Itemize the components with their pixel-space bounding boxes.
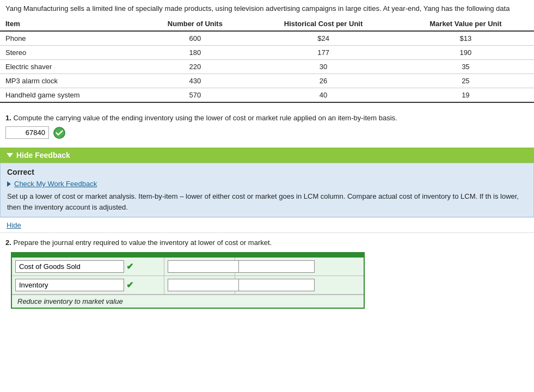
table-cell-units: 180 bbox=[140, 46, 249, 60]
table-cell-cost: 26 bbox=[249, 74, 397, 88]
journal-cell-credit-1 bbox=[235, 258, 306, 275]
feedback-body-text: Set up a lower of cost or market analysi… bbox=[7, 191, 527, 212]
feedback-triangle-icon bbox=[7, 153, 13, 157]
table-cell-cost: 30 bbox=[249, 60, 397, 74]
journal-cell-debit-1 bbox=[164, 258, 235, 275]
journal-description: Reduce inventory to market value bbox=[12, 295, 364, 308]
journal-account-input-2[interactable] bbox=[15, 279, 124, 291]
question1-section: 1. Compute the carrying value of the end… bbox=[0, 108, 534, 148]
table-cell-units: 570 bbox=[140, 88, 249, 103]
journal-top-bar bbox=[12, 253, 364, 258]
table-row: Handheld game system5704019 bbox=[0, 88, 534, 103]
question2-section: 2. Prepare the journal entry required to… bbox=[0, 233, 534, 317]
col-header-market: Market Value per Unit bbox=[397, 17, 534, 31]
feedback-link-row: Check My Work Feedback bbox=[7, 180, 527, 188]
table-row: Phone600$24$13 bbox=[0, 31, 534, 46]
table-cell-units: 430 bbox=[140, 74, 249, 88]
journal-row-1: ✔ bbox=[12, 258, 364, 276]
correct-title: Correct bbox=[7, 168, 527, 176]
col-header-cost: Historical Cost per Unit bbox=[249, 17, 397, 31]
svg-point-0 bbox=[54, 127, 65, 138]
question2-label: 2. Prepare the journal entry required to… bbox=[5, 238, 529, 247]
table-cell-cost: $24 bbox=[249, 31, 397, 46]
table-cell-market: 190 bbox=[397, 46, 534, 60]
table-cell-cost: 40 bbox=[249, 88, 397, 103]
answer-row-1 bbox=[5, 126, 529, 139]
table-cell-units: 220 bbox=[140, 60, 249, 74]
journal-row-2: ✔ bbox=[12, 276, 364, 295]
journal-debit-input-1[interactable] bbox=[168, 260, 244, 273]
question1-label: 1. Compute the carrying value of the end… bbox=[5, 114, 529, 122]
journal-check-1: ✔ bbox=[126, 261, 133, 272]
inventory-table: Item Number of Units Historical Cost per… bbox=[0, 17, 534, 103]
col-header-units: Number of Units bbox=[140, 17, 249, 31]
intro-text: Yang Manufacturing sells a limited line … bbox=[0, 0, 534, 17]
table-row: MP3 alarm clock4302625 bbox=[0, 74, 534, 88]
journal-debit-input-2[interactable] bbox=[168, 279, 244, 291]
feedback-bar-label: Hide Feedback bbox=[16, 151, 70, 160]
col-header-item: Item bbox=[0, 17, 140, 31]
table-cell-item: Electric shaver bbox=[0, 60, 140, 74]
table-cell-item: Handheld game system bbox=[0, 88, 140, 103]
feedback-link-triangle-icon bbox=[7, 181, 11, 187]
journal-credit-input-2[interactable] bbox=[238, 279, 315, 291]
journal-cell-account-2: ✔ bbox=[12, 276, 164, 294]
answer-input-1[interactable] bbox=[5, 126, 49, 139]
journal-cell-debit-2 bbox=[164, 276, 235, 294]
hide-row: Hide bbox=[0, 217, 534, 233]
table-row: Stereo180177190 bbox=[0, 46, 534, 60]
table-cell-market: 35 bbox=[397, 60, 534, 74]
hide-link[interactable]: Hide bbox=[7, 221, 21, 229]
table-cell-item: Stereo bbox=[0, 46, 140, 60]
journal-account-input-1[interactable] bbox=[15, 260, 124, 273]
journal-credit-input-1[interactable] bbox=[238, 260, 315, 273]
table-cell-item: MP3 alarm clock bbox=[0, 74, 140, 88]
check-my-work-link[interactable]: Check My Work Feedback bbox=[14, 180, 97, 188]
table-row: Electric shaver2203035 bbox=[0, 60, 534, 74]
journal-container: ✔ ✔ Reduce inventory to market value bbox=[11, 252, 365, 309]
table-cell-units: 600 bbox=[140, 31, 249, 46]
table-cell-cost: 177 bbox=[249, 46, 397, 60]
journal-check-2: ✔ bbox=[126, 280, 133, 290]
table-cell-market: $13 bbox=[397, 31, 534, 46]
journal-cell-account-1: ✔ bbox=[12, 258, 164, 275]
table-cell-market: 25 bbox=[397, 74, 534, 88]
table-cell-item: Phone bbox=[0, 31, 140, 46]
correct-check-icon bbox=[53, 127, 65, 139]
table-cell-market: 19 bbox=[397, 88, 534, 103]
journal-cell-credit-2 bbox=[235, 276, 306, 294]
correct-panel: Correct Check My Work Feedback Set up a … bbox=[0, 163, 534, 217]
hide-feedback-bar[interactable]: Hide Feedback bbox=[0, 148, 534, 163]
